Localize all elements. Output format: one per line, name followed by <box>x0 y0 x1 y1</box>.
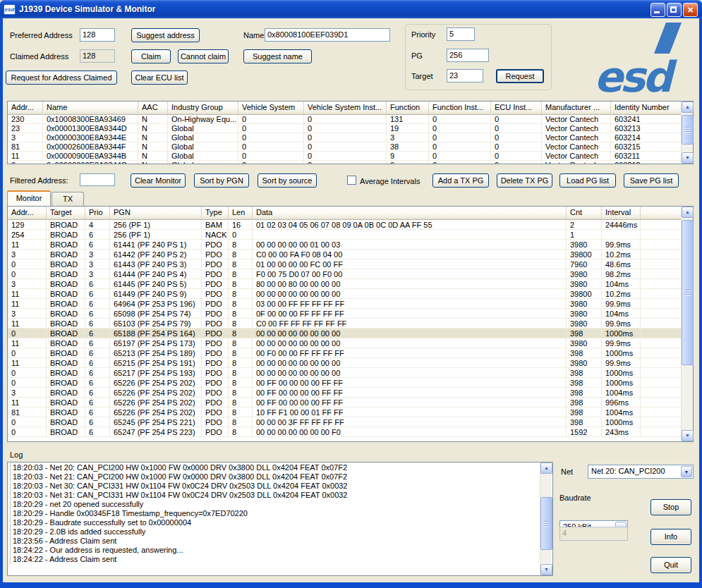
table-row[interactable]: 0BROAD665247 (PF 254 PS 223)PDO800 00 00… <box>8 427 693 437</box>
table-row[interactable]: 11BROAD665197 (PF 254 PS 173)PDO800 00 0… <box>8 338 693 348</box>
table-row[interactable]: 129BROAD4256 (PF 1)BAM1601 02 03 04 05 0… <box>8 220 693 230</box>
quit-button[interactable]: Quit <box>650 557 691 573</box>
column-header[interactable]: Addr... <box>8 102 43 115</box>
column-header[interactable]: Vehicle System Inst... <box>304 102 387 115</box>
cell: 104ms <box>602 309 641 319</box>
load-pg-list-button[interactable]: Load PG list <box>559 173 616 188</box>
column-header[interactable]: Cnt <box>567 207 602 220</box>
close-button[interactable]: ✕ <box>683 3 698 17</box>
scrollbar-thumb[interactable] <box>682 115 694 145</box>
info-button[interactable]: Info <box>650 529 691 545</box>
cell: 01 00 00 00 00 FC 00 FF <box>253 259 567 269</box>
table-row[interactable]: 3BROAD661445 (PF 240 PS 5)PDO880 00 00 8… <box>8 279 693 289</box>
filtered-address-label: Filtered Address: <box>10 176 68 185</box>
request-button[interactable]: Request <box>496 69 544 83</box>
column-header[interactable]: Industry Group <box>168 102 238 115</box>
stop-button[interactable]: Stop <box>650 499 691 515</box>
save-pg-list-button[interactable]: Save PG list <box>624 173 679 188</box>
table-row[interactable]: 110x00000900E8A9344BNGlobal00900Vector C… <box>8 152 693 161</box>
minimize-icon <box>654 11 660 13</box>
target-input[interactable]: 23 <box>447 69 483 82</box>
column-header[interactable]: Type <box>202 207 229 220</box>
clear-monitor-button[interactable]: Clear Monitor <box>131 173 186 188</box>
monitor-table-scrollbar[interactable]: ▲ ▼ <box>681 207 693 441</box>
table-row[interactable]: 11BROAD664964 (PF 253 PS 196)PDO803 00 0… <box>8 299 693 309</box>
column-header[interactable]: Name <box>43 102 138 115</box>
claim-button[interactable]: Claim <box>131 49 171 63</box>
table-row[interactable]: 3BROAD361442 (PF 240 PS 2)PDO8C0 00 00 F… <box>8 250 693 259</box>
preferred-address-input[interactable]: 128 <box>80 28 115 42</box>
title-bar[interactable]: esd J1939 Device Simulator & Monitor ✕ <box>0 0 702 18</box>
minimize-button[interactable] <box>650 3 665 17</box>
delete-tx-pg-button[interactable]: Delete TX PG <box>497 173 552 188</box>
table-row[interactable]: 11BROAD665215 (PF 254 PS 191)PDO800 00 0… <box>8 358 693 368</box>
column-header[interactable]: AAC <box>138 102 168 115</box>
table-row[interactable]: 0BROAD361444 (PF 240 PS 4)PDO8F0 00 75 D… <box>8 269 693 279</box>
request-address-claimed-button[interactable]: Request for Address Claimed <box>6 71 117 85</box>
log-textarea[interactable]: 18:20:03 - Net 20: CAN_PCI200 HW 0x1000 … <box>7 462 553 576</box>
column-header[interactable]: Function <box>387 102 429 115</box>
scrollbar-thumb[interactable] <box>682 220 694 365</box>
chevron-down-icon[interactable]: ▼ <box>681 466 692 477</box>
table-row[interactable]: 0BROAD665213 (PF 254 PS 189)PDO800 F0 00… <box>8 348 693 358</box>
table-row[interactable]: 0BROAD665217 (PF 254 PS 193)PDO800 00 00… <box>8 368 693 378</box>
table-row[interactable]: 11BROAD665103 (PF 254 PS 79)PDO8C0 00 FF… <box>8 319 693 329</box>
column-header[interactable]: Interval <box>602 207 641 220</box>
tab-monitor[interactable]: Monitor <box>7 190 51 206</box>
table-row[interactable]: 30x00000300E8A9344ENGlobal00300Vector Ca… <box>8 133 693 142</box>
scroll-up-button[interactable]: ▲ <box>682 207 694 218</box>
table-row[interactable]: 254BROAD6256 (PF 1)NACK01 <box>8 230 693 240</box>
sort-by-source-button[interactable]: Sort by source <box>258 173 317 188</box>
table-row[interactable]: 0BROAD665226 (PF 254 PS 202)PDO800 FF 00… <box>8 378 693 388</box>
table-row[interactable]: 0BROAD665245 (PF 254 PS 221)PDO800 00 00… <box>8 417 693 427</box>
table-row[interactable]: 81BROAD665226 (PF 254 PS 202)PDO810 FF F… <box>8 408 693 417</box>
priority-input[interactable]: 5 <box>447 27 475 41</box>
scroll-down-button[interactable]: ▼ <box>540 564 552 575</box>
scroll-down-button[interactable]: ▼ <box>682 152 694 164</box>
net-combobox[interactable]: Net 20: CAN_PCI200 ▼ <box>588 465 694 479</box>
column-header[interactable]: Target <box>47 207 85 220</box>
column-header[interactable]: Prio <box>85 207 110 220</box>
ecu-table-scrollbar[interactable]: ▲ ▼ <box>681 102 693 164</box>
maximize-button[interactable] <box>667 3 682 17</box>
table-row[interactable]: 11BROAD661449 (PF 240 PS 9)PDO800 00 00 … <box>8 289 693 299</box>
column-header[interactable]: ECU Inst... <box>491 102 542 115</box>
name-input[interactable]: 0x80008100EEF039D1 <box>265 28 390 42</box>
table-row[interactable]: 00x00000000E8A9344CNGlobal00000Vector Ca… <box>8 161 693 164</box>
scroll-up-button[interactable]: ▲ <box>682 102 694 113</box>
clear-ecu-list-button[interactable]: Clear ECU list <box>131 71 188 85</box>
table-row[interactable]: 810x00002600E8A9344FNGlobal003800Vector … <box>8 142 693 152</box>
column-header[interactable]: Manufacturer ... <box>542 102 611 115</box>
pg-input[interactable]: 256 <box>447 49 489 62</box>
column-header[interactable]: Addr... <box>8 207 47 220</box>
column-header[interactable]: Vehicle System <box>238 102 304 115</box>
cell: 256 (PF 1) <box>110 220 202 230</box>
average-intervals-checkbox[interactable] <box>347 176 356 185</box>
column-header[interactable]: Data <box>253 207 567 220</box>
suggest-name-button[interactable]: Suggest name <box>243 49 312 63</box>
column-header[interactable]: PGN <box>110 207 202 220</box>
scroll-down-button[interactable]: ▼ <box>682 430 694 441</box>
column-header[interactable]: Len <box>229 207 253 220</box>
table-row[interactable]: 230x00001300E8A9344DNGlobal001900Vector … <box>8 124 693 133</box>
table-row[interactable]: 0BROAD361443 (PF 240 PS 3)PDO801 00 00 0… <box>8 259 693 269</box>
cell <box>641 309 682 319</box>
table-row[interactable]: 2300x10008300E8A93469NOn-Highway Equ...0… <box>8 115 693 124</box>
table-row[interactable]: 3BROAD665098 (PF 254 PS 74)PDO80F 00 00 … <box>8 309 693 319</box>
tab-tx[interactable]: TX <box>52 192 84 206</box>
sort-by-pgn-button[interactable]: Sort by PGN <box>194 173 249 188</box>
add-tx-pg-button[interactable]: Add a TX PG <box>432 173 489 188</box>
column-header[interactable]: Function Inst... <box>429 102 491 115</box>
table-row[interactable]: 0BROAD665188 (PF 254 PS 164)PDO800 00 00… <box>8 329 693 338</box>
log-scrollbar[interactable]: ▲ ▼ <box>540 463 552 575</box>
scroll-up-button[interactable]: ▲ <box>540 463 552 474</box>
table-row[interactable]: 11BROAD661441 (PF 240 PS 1)PDO800 00 00 … <box>8 240 693 250</box>
filtered-address-input[interactable] <box>80 173 115 186</box>
table-row[interactable]: 3BROAD665226 (PF 254 PS 202)PDO800 FF 00… <box>8 388 693 398</box>
suggest-address-button[interactable]: Suggest address <box>131 28 200 42</box>
table-row[interactable]: 11BROAD665226 (PF 254 PS 202)PDO800 FF 0… <box>8 398 693 408</box>
cell: PDO <box>202 348 229 358</box>
column-header[interactable]: Identity Number <box>611 102 682 115</box>
scrollbar-thumb[interactable] <box>540 497 552 550</box>
cannot-claim-button[interactable]: Cannot claim <box>178 49 229 63</box>
